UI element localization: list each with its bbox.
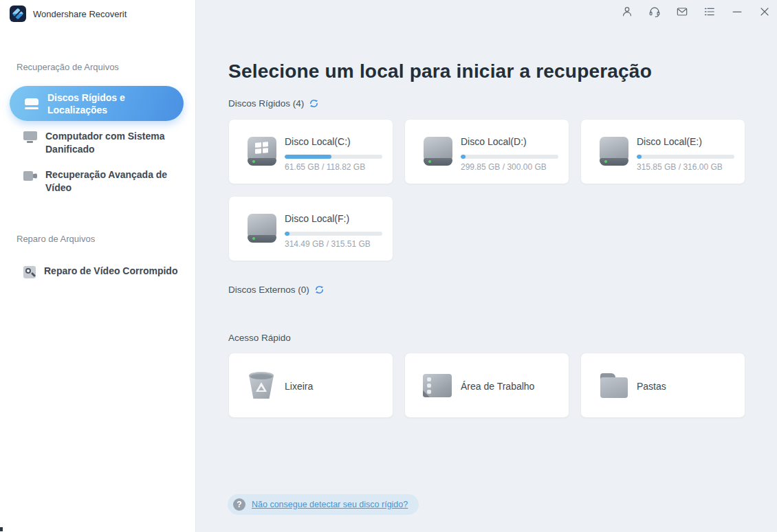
section-label-file-recovery: Recuperação de Arquivos xyxy=(17,62,119,72)
hard-drive-icon xyxy=(246,137,278,167)
drive-usage-bar xyxy=(461,155,558,159)
brand: Wondershare Recoverit xyxy=(10,5,127,22)
sidebar-item-label: Reparo de Vídeo Corrompido xyxy=(44,265,178,278)
sidebar-item-hard-drives-locations[interactable]: Discos Rígidos e Localizações xyxy=(10,86,184,121)
quick-access-recycle-bin[interactable]: Lixeira xyxy=(228,353,393,418)
quick-access-section-label: Acesso Rápido xyxy=(228,333,291,343)
drive-card-f[interactable]: Disco Local(F:) 314.49 GB / 315.51 GB xyxy=(228,196,393,261)
sidebar-item-crashed-computer[interactable]: Computador com Sistema Danificado xyxy=(23,130,179,156)
drive-usage-bar xyxy=(285,155,382,159)
recoverit-logo-icon xyxy=(10,5,26,22)
hard-disks-count: Discos Rígidos (4) xyxy=(228,98,304,109)
quick-access-label: Área de Trabalho xyxy=(461,381,534,392)
hard-drive-icon xyxy=(598,137,630,167)
drive-name: Disco Local(E:) xyxy=(637,136,702,147)
drive-name: Disco Local(F:) xyxy=(285,213,349,224)
sidebar-item-video-repair[interactable]: Reparo de Vídeo Corrompido xyxy=(23,265,178,278)
drive-card-c[interactable]: Disco Local(C:) 61.65 GB / 118.82 GB xyxy=(228,119,393,184)
recycle-bin-icon xyxy=(247,372,276,399)
quick-access-label: Lixeira xyxy=(285,381,313,392)
drive-usage-bar xyxy=(285,232,382,236)
screen-corner-artifact xyxy=(0,527,3,531)
drive-usage-text: 299.85 GB / 300.00 GB xyxy=(461,162,547,172)
drive-name: Disco Local(D:) xyxy=(461,136,527,147)
hard-disks-section-label: Discos Rígidos (4) xyxy=(228,98,319,109)
help-link[interactable]: Não consegue detectar seu disco rígido? xyxy=(252,500,408,509)
refresh-hard-disks-icon[interactable] xyxy=(309,98,319,109)
drive-card-e[interactable]: Disco Local(E:) 315.85 GB / 316.00 GB xyxy=(580,119,745,184)
drive-usage-text: 315.85 GB / 316.00 GB xyxy=(637,162,723,172)
sidebar-item-label: Computador com Sistema Danificado xyxy=(45,130,179,156)
quick-access-label: Pastas xyxy=(637,381,666,392)
quick-access-folders[interactable]: Pastas xyxy=(580,353,745,418)
drive-card-d[interactable]: Disco Local(D:) 299.85 GB / 300.00 GB xyxy=(404,119,569,184)
drive-usage-text: 61.65 GB / 118.82 GB xyxy=(285,162,365,172)
hard-drive-icon xyxy=(422,137,454,167)
sidebar-item-label: Discos Rígidos e Localizações xyxy=(47,91,164,116)
page-title: Selecione um local para iniciar a recupe… xyxy=(228,60,652,82)
section-label-file-repair: Reparo de Arquivos xyxy=(17,234,95,244)
drive-name: Disco Local(C:) xyxy=(285,136,351,147)
external-disks-section-label: Discos Externos (0) xyxy=(228,285,325,295)
drive-usage-bar xyxy=(637,155,734,159)
external-disks-count: Discos Externos (0) xyxy=(228,285,309,295)
sidebar-item-label: Recuperação Avançada de Vídeo xyxy=(45,168,179,195)
drive-usage-text: 314.49 GB / 315.51 GB xyxy=(285,239,371,249)
folder-icon xyxy=(599,372,628,399)
hard-drive-icon xyxy=(246,214,278,244)
app-window: Wondershare Recoverit Recuperação de Arq… xyxy=(0,0,777,532)
sidebar-item-advanced-video-recovery[interactable]: Recuperação Avançada de Vídeo xyxy=(23,168,179,195)
main-panel: Selecione um local para iniciar a recupe… xyxy=(197,0,777,532)
quick-access-label-text: Acesso Rápido xyxy=(228,333,291,343)
refresh-external-disks-icon[interactable] xyxy=(314,285,325,295)
video-camera-icon xyxy=(23,171,37,181)
video-repair-icon xyxy=(23,266,36,278)
quick-access-desktop[interactable]: Área de Trabalho xyxy=(404,353,569,418)
desktop-icon xyxy=(423,372,452,399)
drive-icon xyxy=(25,98,39,109)
app-title: Wondershare Recoverit xyxy=(33,9,127,19)
monitor-icon xyxy=(23,131,37,143)
sidebar: Wondershare Recoverit Recuperação de Arq… xyxy=(0,0,196,532)
question-mark-icon: ? xyxy=(233,498,245,511)
help-detect-disk[interactable]: ? Não consegue detectar seu disco rígido… xyxy=(228,494,419,515)
windows-logo-icon xyxy=(255,142,268,154)
